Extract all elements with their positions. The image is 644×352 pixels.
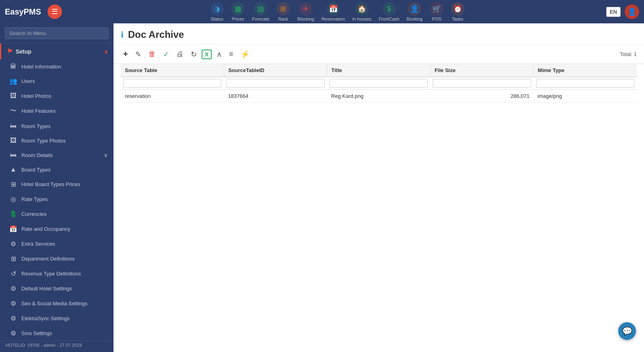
tasks-icon: ⏰ [451,2,464,16]
sidebar-item-label: Revenue Type Definitions [21,271,81,277]
prices-icon: ▦ [231,2,245,16]
sidebar-item-elektrasync-settings[interactable]: ⚙ElektraSync Settings [0,311,114,326]
sidebar-item-hotel-features[interactable]: 〜Hotel Features [0,103,114,119]
forecast-icon: ▤ [254,2,267,16]
filter-input-source-table[interactable] [123,79,221,88]
sidebar-item-label: Default Hotel Settings [21,286,72,292]
sidebar-item-hotel-board-types-prices[interactable]: ⊞Hotel Board Types Prices [0,177,114,192]
sidebar-item-label: Users [21,78,35,84]
filter-input-mime-type[interactable] [536,79,634,88]
sidebar-item-label: Hotel Information [21,64,61,70]
excel-button[interactable]: X [202,50,212,59]
total-label: Total: 1 [620,51,637,57]
sidebar-item-hotel-information[interactable]: 🏛Hotel Information [0,59,114,74]
cell-source-table: reservation [121,90,224,103]
chat-button[interactable]: 💬 [618,322,636,340]
header-right: EN 👤 [606,4,639,19]
table-container: Source TableSourceTableIDTitleFile SizeM… [114,64,644,352]
nav-item-pos[interactable]: 🛒POS [430,2,444,21]
table-row[interactable]: reservation 1837664 Reg Kard.png 286,071… [121,90,637,103]
check-button[interactable]: ✓ [161,48,171,60]
booking-icon: 👤 [408,2,421,16]
sidebar-item-currencies[interactable]: 💲Currencies [0,207,114,222]
cell-mime-type: image/png [534,90,637,103]
filter-input-title[interactable] [330,79,428,88]
sidebar-item-room-type-photos[interactable]: 🖼Room Type Photos [0,133,114,148]
sidebar-item-label: Hotel Board Types Prices [21,181,80,187]
add-button[interactable]: + [121,48,130,60]
revenue-type-definitions-icon: ↺ [9,270,17,277]
nav-item-forecast[interactable]: ▤Forecast [252,2,269,21]
sidebar-item-default-hotel-settings[interactable]: ⚙Default Hotel Settings [0,281,114,296]
status-bar: HOTELID: 19705 - admin - 27.07.2019 [0,341,114,350]
toolbar: + ✎ 🗑 ✓ 🖨 ↻ X ∧ ≡ ⚡ Total: 1 [114,45,644,64]
sidebar-item-sms-settings[interactable]: ⚙Sms Settings [0,326,114,341]
sidebar-item-department-definitions[interactable]: ⊞Department Definitions [0,251,114,266]
col-filter-mime-type [534,77,637,90]
sms-settings-icon: ⚙ [9,329,17,337]
avatar-button[interactable]: 👤 [625,4,639,19]
col-header-source-table-id: SourceTableID [224,64,327,77]
edit-button[interactable]: ✎ [133,48,144,60]
sidebar-item-rate-types[interactable]: ◎Rate Types [0,192,114,207]
nav-item-rack[interactable]: ⊞Rack [277,2,290,21]
menu-button[interactable]: ≡ [227,48,236,60]
pos-icon: 🛒 [430,2,444,16]
cell-title: Reg Kard.png [327,90,430,103]
collapse-button[interactable]: ∧ [214,48,224,60]
cell-source-table-id: 1837664 [224,90,327,103]
sidebar-item-label: Board Types [21,167,51,173]
nav-item-booking[interactable]: 👤Booking [407,2,423,21]
language-button[interactable]: EN [606,7,621,17]
sidebar-item-rate-and-occupancy[interactable]: 📅Rate and Occupancy [0,222,114,236]
sidebar-item-extra-services[interactable]: ⚙Extra Services [0,236,114,251]
sidebar-section-header[interactable]: ⚑ Setup ∧ [0,43,114,59]
search-input[interactable] [5,27,109,39]
delete-button[interactable]: 🗑 [146,48,158,60]
sidebar-item-hotel-photos[interactable]: 🖼Hotel Photos [0,89,114,103]
filter-input-file-size[interactable] [433,79,531,88]
rack-icon: ⊞ [277,2,290,16]
sidebar-item-label: Currencies [21,211,47,217]
sidebar-item-board-types[interactable]: ▲Board Types [0,162,114,177]
content-area: ℹ Doc Archive + ✎ 🗑 ✓ 🖨 ↻ X ∧ ≡ ⚡ Total:… [114,23,644,352]
sidebar-item-label: Extra Services [21,241,55,247]
col-header-file-size: File Size [430,64,533,77]
print-button[interactable]: 🖨 [174,48,186,60]
refresh-button[interactable]: ↻ [188,48,199,60]
sidebar-item-room-types[interactable]: 🛏Room Types [0,119,114,133]
nav-item-status[interactable]: ◑Status [210,2,224,21]
sidebar-section-setup: ⚑ Setup ∧ 🏛Hotel Information👥Users🖼Hotel… [0,43,114,341]
sidebar-item-users[interactable]: 👥Users [0,74,114,89]
sidebar-item-label: Hotel Photos [21,93,51,99]
sidebar-item-seo-social-media-settings[interactable]: ⚙Seo & Social Media Settings [0,296,114,311]
sidebar-item-label: ElektraSync Settings [21,315,70,321]
board-types-icon: ▲ [9,166,17,173]
sidebar: ⚑ Setup ∧ 🏛Hotel Information👥Users🖼Hotel… [0,23,114,352]
status-icon: ◑ [210,2,224,16]
hamburger-button[interactable]: ☰ [47,4,62,19]
main-layout: ⚑ Setup ∧ 🏛Hotel Information👥Users🖼Hotel… [0,23,644,352]
page-header: ℹ Doc Archive [114,23,644,45]
page-title: Doc Archive [128,29,184,40]
frontcash-icon: $ [382,2,396,16]
nav-item-blocking[interactable]: ✈Blocking [297,2,314,21]
chevron-icon: ∨ [104,152,108,158]
users-icon: 👥 [9,77,17,85]
nav-item-prices[interactable]: ▦Prices [231,2,245,21]
nav-item-frontcash[interactable]: $FrontCash [379,2,399,21]
help-icon: ℹ [121,30,124,39]
top-header: EasyPMS ☰ ◑Status▦Prices▤Forecast⊞Rack✈B… [0,0,644,23]
flash-button[interactable]: ⚡ [238,48,252,60]
sidebar-item-label: Room Type Photos [21,138,66,144]
nav-item-tasks[interactable]: ⏰Tasks [451,2,464,21]
nav-item-reservation[interactable]: 📅Reservation [321,2,345,21]
filter-input-source-table-id[interactable] [226,79,324,88]
hotel-board-types-prices-icon: ⊞ [9,180,17,188]
sidebar-item-label: Room Types [21,123,51,129]
sidebar-item-revenue-type-definitions[interactable]: ↺Revenue Type Definitions [0,266,114,281]
col-filter-title [327,77,430,90]
sidebar-item-room-details[interactable]: 🛏Room Details∨ [0,148,114,162]
col-filter-source-table [121,77,224,90]
nav-item-inhouses[interactable]: 🏠In houses [352,2,372,21]
